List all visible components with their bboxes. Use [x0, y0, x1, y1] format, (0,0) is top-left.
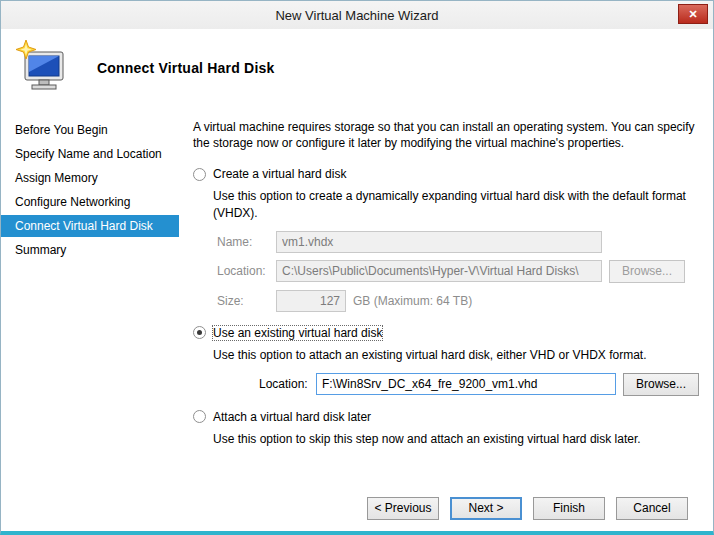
radio-create-virtual-hard-disk-label[interactable]: Create a virtual hard disk: [213, 167, 346, 181]
size-label: Size:: [217, 294, 269, 308]
existing-disk-location-row: Location: Browse...: [259, 373, 699, 396]
finish-button[interactable]: Finish: [533, 497, 605, 520]
location-label: Location:: [259, 377, 309, 391]
location-input[interactable]: [316, 373, 616, 395]
radio-attach-virtual-hard-disk-later-label[interactable]: Attach a virtual hard disk later: [213, 410, 371, 424]
wizard-header: Connect Virtual Hard Disk: [1, 29, 713, 107]
next-button[interactable]: Next >: [450, 497, 522, 520]
sidebar-item-summary[interactable]: Summary: [1, 239, 179, 261]
attach-later-description: Use this option to skip this step now an…: [213, 431, 699, 447]
browse-button[interactable]: Browse...: [623, 373, 699, 396]
option-create-virtual-hard-disk: Create a virtual hard disk Use this opti…: [193, 167, 699, 311]
sidebar-item-configure-networking[interactable]: Configure Networking: [1, 191, 179, 213]
page-title: Connect Virtual Hard Disk: [97, 60, 274, 76]
size-suffix: GB (Maximum: 64 TB): [353, 294, 472, 308]
radio-attach-virtual-hard-disk-later[interactable]: [193, 410, 206, 423]
close-icon: ✕: [688, 8, 697, 20]
wizard-content: A virtual machine requires storage so th…: [179, 107, 713, 485]
sidebar: Before You Begin Specify Name and Locati…: [1, 107, 179, 485]
location-input-disabled: [276, 260, 602, 282]
location-label-disabled: Location:: [217, 264, 269, 278]
name-label: Name:: [217, 235, 269, 249]
title-bar: New Virtual Machine Wizard ✕: [1, 1, 713, 29]
wizard-monitor-icon: [15, 40, 67, 96]
radio-use-existing-virtual-hard-disk-label[interactable]: Use an existing virtual hard disk: [213, 326, 382, 340]
sidebar-item-before-you-begin[interactable]: Before You Begin: [1, 119, 179, 141]
intro-text: A virtual machine requires storage so th…: [193, 119, 699, 151]
footer: < Previous Next > Finish Cancel: [1, 485, 713, 531]
window-title: New Virtual Machine Wizard: [275, 8, 438, 23]
sidebar-item-specify-name-and-location[interactable]: Specify Name and Location: [1, 143, 179, 165]
create-disk-description: Use this option to create a dynamically …: [213, 188, 699, 220]
radio-create-virtual-hard-disk[interactable]: [193, 168, 206, 181]
size-input: [276, 290, 346, 312]
option-attach-virtual-hard-disk-later: Attach a virtual hard disk later Use thi…: [193, 410, 699, 447]
radio-use-existing-virtual-hard-disk[interactable]: [193, 326, 206, 339]
cancel-button[interactable]: Cancel: [616, 497, 688, 520]
name-input: [276, 231, 602, 253]
existing-disk-description: Use this option to attach an existing vi…: [213, 347, 699, 363]
browse-button-disabled: Browse...: [609, 260, 685, 283]
sidebar-item-assign-memory[interactable]: Assign Memory: [1, 167, 179, 189]
previous-button[interactable]: < Previous: [367, 497, 439, 520]
create-disk-fields: Name: Location: Browse... Size: GB (Maxi…: [217, 231, 699, 312]
wizard-window: New Virtual Machine Wizard ✕ Connect Vir…: [0, 0, 714, 535]
wizard-body: Before You Begin Specify Name and Locati…: [1, 107, 713, 485]
close-button[interactable]: ✕: [678, 4, 708, 24]
option-use-existing-virtual-hard-disk: Use an existing virtual hard disk Use th…: [193, 326, 699, 396]
sidebar-item-connect-virtual-hard-disk[interactable]: Connect Virtual Hard Disk: [1, 215, 179, 237]
